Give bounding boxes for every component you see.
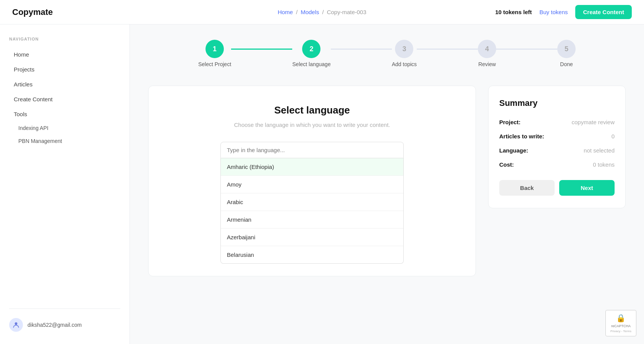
step-1: 1 Select Project bbox=[198, 40, 231, 67]
step-num-3: 3 bbox=[402, 45, 406, 53]
content-area: 1 Select Project 2 Select language 3 Add… bbox=[130, 24, 644, 344]
lang-option-armenian[interactable]: Armenian bbox=[221, 211, 403, 229]
sidebar-item-indexing-api[interactable]: Indexing API bbox=[9, 122, 120, 134]
recaptcha-terms: Privacy - Terms bbox=[610, 329, 631, 333]
select-language-card: Select language Choose the language in w… bbox=[148, 86, 476, 276]
summary-row-articles: Articles to write: 0 bbox=[499, 133, 615, 140]
step-5: 5 Done bbox=[557, 40, 576, 67]
sidebar: NAVIGATION Home Projects Articles Create… bbox=[0, 24, 130, 344]
breadcrumb-models[interactable]: Models bbox=[301, 9, 319, 15]
step-2: 2 Select language bbox=[292, 40, 330, 67]
user-icon bbox=[12, 321, 20, 329]
card-subtitle: Choose the language in which you want to… bbox=[161, 121, 463, 130]
language-search-input[interactable] bbox=[220, 142, 404, 158]
step-circle-5: 5 bbox=[557, 40, 576, 58]
step-num-5: 5 bbox=[565, 45, 568, 53]
tokens-left: 10 tokens left bbox=[495, 9, 532, 15]
step-circle-1: 1 bbox=[205, 40, 224, 58]
back-button[interactable]: Back bbox=[499, 180, 555, 196]
breadcrumb-home[interactable]: Home bbox=[278, 9, 293, 15]
step-label-1: Select Project bbox=[198, 61, 231, 67]
lang-option-arabic[interactable]: Arabic bbox=[221, 193, 403, 211]
logo: Copymate bbox=[12, 7, 53, 17]
summary-row-cost: Cost: 0 tokens bbox=[499, 161, 615, 168]
language-input-wrapper: Amharic (Ethiopia) Amoy Arabic Armenian … bbox=[220, 142, 404, 264]
breadcrumb-current: Copy-mate-003 bbox=[327, 9, 366, 15]
recaptcha-badge: 🔒 reCAPTCHA Privacy - Terms bbox=[605, 310, 636, 336]
step-circle-2: 2 bbox=[302, 40, 320, 58]
step-4: 4 Review bbox=[478, 40, 496, 67]
summary-val-articles: 0 bbox=[612, 133, 615, 140]
summary-row-language: Language: not selected bbox=[499, 147, 615, 154]
step-connector-1 bbox=[231, 49, 292, 50]
step-label-4: Review bbox=[478, 61, 496, 67]
sidebar-item-pbn-management[interactable]: PBN Management bbox=[9, 135, 120, 147]
lang-option-amharic[interactable]: Amharic (Ethiopia) bbox=[221, 158, 403, 176]
header: Copymate Home / Models / Copy-mate-003 1… bbox=[0, 0, 644, 24]
breadcrumb: Home / Models / Copy-mate-003 bbox=[278, 9, 366, 15]
summary-key-articles: Articles to write: bbox=[499, 133, 544, 140]
sidebar-item-articles[interactable]: Articles bbox=[9, 77, 120, 91]
sidebar-item-create-content[interactable]: Create Content bbox=[9, 92, 120, 106]
create-content-button[interactable]: Create Content bbox=[575, 5, 632, 19]
recaptcha-text: reCAPTCHA bbox=[611, 324, 631, 328]
lang-option-amoy[interactable]: Amoy bbox=[221, 176, 403, 193]
sidebar-item-tools[interactable]: Tools bbox=[9, 107, 120, 121]
step-connector-2 bbox=[331, 49, 392, 50]
step-label-3: Add topics bbox=[392, 61, 417, 67]
step-connector-4 bbox=[496, 49, 557, 50]
nav-label: NAVIGATION bbox=[9, 37, 120, 41]
lang-option-belarusian[interactable]: Belarusian bbox=[221, 246, 403, 263]
step-3: 3 Add topics bbox=[392, 40, 417, 67]
summary-title: Summary bbox=[499, 98, 615, 108]
svg-point-0 bbox=[15, 322, 18, 325]
sidebar-item-projects[interactable]: Projects bbox=[9, 62, 120, 76]
user-avatar bbox=[9, 318, 23, 332]
summary-key-project: Project: bbox=[499, 119, 521, 125]
steps-bar: 1 Select Project 2 Select language 3 Add… bbox=[148, 40, 626, 67]
buy-tokens-link[interactable]: Buy tokens bbox=[539, 9, 568, 15]
step-label-5: Done bbox=[560, 61, 573, 67]
summary-key-cost: Cost: bbox=[499, 161, 514, 168]
main-layout: NAVIGATION Home Projects Articles Create… bbox=[0, 24, 644, 344]
step-num-4: 4 bbox=[485, 45, 489, 53]
summary-val-project: copymate review bbox=[571, 119, 615, 125]
sidebar-footer: diksha522@gmail.com bbox=[9, 308, 120, 332]
step-num-2: 2 bbox=[309, 45, 313, 53]
card-title: Select language bbox=[161, 104, 463, 116]
summary-card: Summary Project: copymate review Article… bbox=[488, 86, 626, 208]
step-connector-3 bbox=[417, 49, 478, 50]
summary-val-cost: 0 tokens bbox=[593, 161, 615, 168]
sidebar-item-home[interactable]: Home bbox=[9, 47, 120, 62]
step-circle-3: 3 bbox=[395, 40, 413, 58]
lang-option-azerbaijani[interactable]: Azerbaijani bbox=[221, 229, 403, 246]
summary-key-language: Language: bbox=[499, 147, 528, 154]
step-num-1: 1 bbox=[213, 45, 217, 53]
user-email: diksha522@gmail.com bbox=[28, 322, 82, 328]
main-area: Select language Choose the language in w… bbox=[148, 86, 626, 276]
next-button[interactable]: Next bbox=[559, 180, 615, 196]
recaptcha-icon: 🔒 bbox=[616, 313, 626, 323]
summary-val-language: not selected bbox=[584, 147, 615, 154]
language-dropdown: Amharic (Ethiopia) Amoy Arabic Armenian … bbox=[220, 158, 404, 264]
step-circle-4: 4 bbox=[478, 40, 496, 58]
breadcrumb-sep1: / bbox=[296, 9, 298, 15]
step-label-2: Select language bbox=[292, 61, 330, 67]
summary-row-project: Project: copymate review bbox=[499, 119, 615, 125]
header-right: 10 tokens left Buy tokens Create Content bbox=[495, 5, 632, 19]
summary-actions: Back Next bbox=[499, 180, 615, 196]
breadcrumb-sep2: / bbox=[322, 9, 324, 15]
